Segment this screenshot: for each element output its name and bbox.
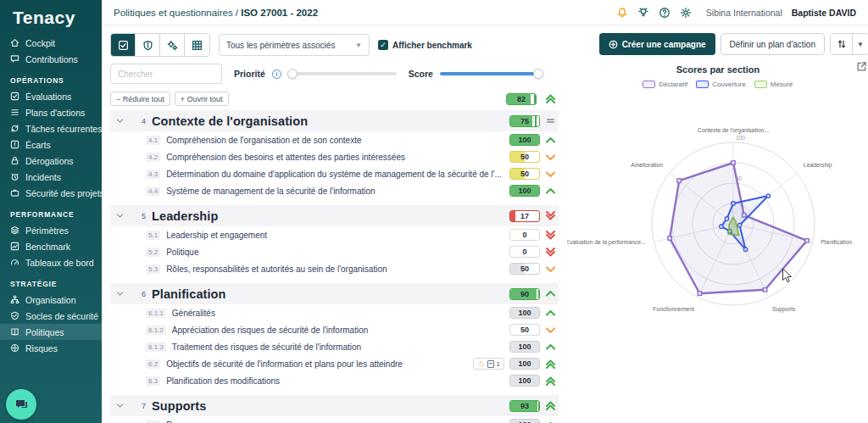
sidebar-item-label: Écarts (25, 140, 51, 150)
chat-widget-button[interactable] (6, 389, 36, 420)
sidebar-item-risques[interactable]: Risques (0, 340, 102, 356)
sidebar-item-benchmark[interactable]: Benchmark (0, 238, 102, 254)
priority-slider[interactable] (288, 72, 397, 75)
define-plan-button[interactable]: Définir un plan d'action (721, 33, 825, 55)
benchmark-checkbox[interactable]: ✓ (378, 40, 388, 50)
sidebar-section-label: PERFORMANCE (0, 201, 102, 222)
help-icon[interactable] (659, 7, 670, 19)
trend-down2-icon (544, 246, 557, 259)
score-slider[interactable] (440, 72, 542, 75)
section-header-7[interactable]: 7Supports93 (110, 395, 559, 416)
shield-check-icon (10, 311, 19, 320)
sidebar-item-p-rim-tres[interactable]: Périmètres (0, 222, 102, 238)
requirement-row-4.4[interactable]: 4.4Système de management de la sécurité … (110, 182, 559, 199)
notifications-bell-icon[interactable] (616, 7, 628, 19)
breadcrumb-parent[interactable]: Politiques et questionnaires / (114, 8, 238, 18)
requirement-row-5.2[interactable]: 5.2Politique0 (110, 243, 559, 260)
requirement-row-6.1.1[interactable]: 6.1.1Généralités100 (110, 304, 559, 321)
chevron-down-icon[interactable] (115, 211, 125, 220)
sidebar-item-d-rogations[interactable]: Dérogations (0, 153, 102, 169)
requirement-row-4.2[interactable]: 4.2Compréhension des besoins et attentes… (110, 148, 559, 165)
settings-gear-icon[interactable] (680, 7, 692, 19)
score-badge: 75 (509, 115, 540, 127)
sidebar-item-tableaux-de-bord[interactable]: Tableaux de bord (0, 254, 102, 270)
sidebar-item-t-ches-r-currentes[interactable]: Tâches récurrentes (0, 120, 102, 136)
ideas-lightbulb-icon[interactable] (637, 7, 649, 19)
requirement-number: 5.2 (146, 248, 160, 257)
search-input[interactable] (110, 64, 222, 84)
chevron-down-icon[interactable] (115, 289, 125, 298)
sidebar-item-organisation[interactable]: Organisation (0, 292, 102, 308)
sidebar-item-label: Incidents (25, 172, 61, 182)
requirement-row-5.1[interactable]: 5.1Leadership et engagement0 (110, 226, 559, 243)
sidebar-item-cockpit[interactable]: Cockpit (0, 35, 102, 51)
trend-down2-icon (544, 209, 557, 222)
score-badge: 100 (509, 134, 540, 146)
requirement-row-4.3[interactable]: 4.3Détermination du domaine d'applicatio… (110, 165, 559, 182)
requirement-row-7.1[interactable]: 7.1Ressources100 (110, 416, 559, 423)
requirement-label: Rôles, responsabilités et autorités au s… (166, 264, 504, 274)
sidebar-item--valuations[interactable]: Évaluations (0, 88, 102, 104)
sort-options-button[interactable]: ▼ (853, 34, 868, 54)
warning-chip[interactable]: ⚠1 (473, 358, 504, 370)
app-window: Tenacy CockpitContributionsOPÉRATIONSÉva… (0, 0, 868, 423)
requirement-number: 6.1.1 (146, 309, 166, 318)
view-button-1[interactable] (136, 34, 160, 56)
collapse-all-label: Réduire tout (123, 95, 164, 103)
open-external-icon[interactable] (856, 61, 867, 72)
organization-name[interactable]: Sibina International (706, 8, 782, 18)
sidebar-item-socles-de-s-curit-[interactable]: Socles de sécurité (0, 308, 102, 324)
requirement-row-6.3[interactable]: 6.3Planification des modifications100 (110, 372, 559, 389)
score-slider-handle[interactable] (533, 69, 543, 79)
legend-label: Mesuré (771, 81, 793, 88)
legend-swatch (696, 81, 709, 88)
sidebar-item-s-curit-des-projets[interactable]: Sécurité des projets (0, 185, 102, 201)
book-icon (10, 327, 19, 337)
requirement-row-6.1.3[interactable]: 6.1.3Traitement des risques de sécurité … (110, 338, 559, 355)
section-number: 6 (142, 290, 146, 298)
sidebar-item-label: Plans d'actions (25, 108, 85, 118)
legend-item-couverture[interactable]: Couverture (696, 81, 746, 88)
legend-item-déclaratif[interactable]: Déclaratif (643, 81, 687, 88)
requirement-number: 4.4 (146, 186, 160, 196)
legend-item-mesuré[interactable]: Mesuré (754, 81, 793, 88)
sidebar-item-plans-d-actions[interactable]: Plans d'actions (0, 104, 102, 120)
score-badge: 0 (509, 246, 540, 258)
section-header-4[interactable]: 4Contexte de l'organisation75 (110, 110, 559, 131)
perimeter-select[interactable]: Tous les périmètres associés ▼ (219, 34, 370, 56)
trend-down1-icon (544, 324, 557, 337)
chat-bubbles-icon (14, 398, 29, 412)
benchmark-checkbox-row[interactable]: ✓ Afficher benchmark (378, 40, 472, 50)
collapse-all-button[interactable]: − Réduire tout (110, 92, 170, 106)
sidebar-item-politiques[interactable]: Politiques (0, 324, 102, 340)
sort-button[interactable] (831, 34, 853, 54)
briefcase-icon (10, 188, 19, 198)
legend-label: Couverture (712, 81, 746, 88)
section-header-6[interactable]: 6Planification90 (110, 283, 559, 304)
view-button-2[interactable] (160, 34, 185, 56)
info-icon[interactable]: i (272, 70, 281, 79)
benchmark-checkbox-label: Afficher benchmark (392, 41, 472, 50)
expand-all-button[interactable]: + Ouvrir tout (175, 92, 229, 106)
view-button-3[interactable] (185, 34, 209, 56)
chevron-down-icon[interactable] (115, 401, 125, 410)
questionnaire-column: Tous les périmètres associés ▼ ✓ Affiche… (102, 25, 564, 423)
sidebar-item-incidents[interactable]: Incidents (0, 169, 102, 185)
priority-slider-handle[interactable] (287, 69, 298, 79)
requirement-row-6.2[interactable]: 6.2Objectifs de sécurité de l'informatio… (110, 355, 559, 372)
page-title: ISO 27001 - 2022 (241, 8, 318, 18)
view-button-0[interactable] (111, 34, 136, 56)
requirement-row-6.1.2[interactable]: 6.1.2Appréciation des risques de sécurit… (110, 321, 559, 338)
requirement-label: Planification des modifications (166, 376, 504, 386)
overall-score: 82 (501, 92, 557, 105)
create-campaign-button[interactable]: Créer une campagne (599, 33, 715, 55)
section-header-5[interactable]: 5Leadership17 (110, 205, 559, 226)
sidebar-item--carts[interactable]: Écarts (0, 136, 102, 153)
requirement-row-4.1[interactable]: 4.1Compréhension de l'organisation et de… (110, 131, 559, 148)
sidebar-item-contributions[interactable]: Contributions (0, 51, 102, 67)
requirement-row-5.3[interactable]: 5.3Rôles, responsabilités et autorités a… (110, 260, 559, 277)
trend-up2-icon (544, 399, 557, 412)
requirement-number: 4.2 (146, 153, 160, 162)
chevron-down-icon[interactable] (115, 116, 125, 125)
current-user[interactable]: Baptiste DAVID (792, 8, 856, 18)
